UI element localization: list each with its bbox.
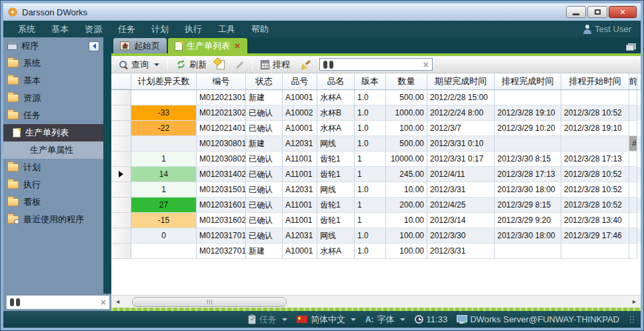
schedule-button[interactable]: 排程 — [257, 57, 293, 72]
resize-grip[interactable] — [630, 316, 631, 323]
column-header-sched_end[interactable]: 排程完成时间 — [495, 73, 561, 89]
toolbar-search-clear-icon[interactable]: × — [423, 60, 429, 69]
table-row-3[interactable]: M012030801新建A12031网线1.0500.002012/3/31 0… — [111, 136, 641, 151]
cell-sched_end[interactable]: 2012/3/28 19:10 — [495, 105, 561, 121]
cell-diff[interactable]: 14 — [131, 167, 197, 182]
cell-status[interactable]: 已确认 — [246, 167, 283, 182]
tab-0[interactable]: 起始页 — [113, 38, 167, 53]
cell-qty[interactable]: 100.00 — [386, 228, 427, 244]
cell-sched_end[interactable] — [495, 90, 561, 105]
cell-code[interactable]: M012021401 — [197, 121, 246, 136]
cell-sched_start[interactable]: 2012/3/28 10:52 — [561, 167, 629, 182]
cell-status[interactable]: 已确认 — [246, 213, 283, 228]
cell-code[interactable]: M012030801 — [197, 136, 246, 151]
cell-item_name[interactable]: 网线 — [317, 182, 355, 198]
table-row-1[interactable]: -33M012021302已确认A10002水杯B1.01000.002012/… — [111, 105, 641, 121]
scroll-right-icon[interactable]: ► — [629, 297, 639, 307]
column-header-sched_start[interactable]: 排程开始时间 — [561, 73, 629, 89]
cell-diff[interactable] — [131, 244, 197, 259]
cell-diff[interactable] — [131, 136, 197, 151]
cell-diff[interactable]: 1 — [131, 182, 197, 198]
cell-extra[interactable] — [629, 105, 637, 121]
cell-diff[interactable]: 0 — [131, 228, 197, 244]
tab-1[interactable]: 生产单列表✕ — [168, 38, 247, 53]
cell-sched_end[interactable]: 2012/3/29 8:15 — [495, 198, 561, 213]
cell-sched_end[interactable]: 2012/3/29 10:20 — [495, 121, 561, 136]
table-row-8[interactable]: -15M012031602已确认A11001齿轮1110.002012/3/14… — [111, 213, 641, 228]
cell-sched_start[interactable] — [561, 244, 629, 259]
table-row-9[interactable]: 0M012031701已确认A12031网线1.0100.002012/3/30… — [111, 228, 641, 244]
cell-version[interactable]: 1 — [355, 167, 386, 182]
sidebar-item-9[interactable]: 最近使用的程序 — [3, 211, 103, 228]
cell-sched_end[interactable]: 2012/3/28 17:13 — [495, 167, 561, 182]
cell-item_no[interactable]: A12031 — [283, 228, 317, 244]
cell-due[interactable]: 2012/3/31 — [427, 244, 495, 259]
table-row-5[interactable]: 14M012031402已确认A11001齿轮11245.002012/4/11… — [111, 167, 641, 182]
cell-extra[interactable] — [629, 121, 637, 136]
cell-item_no[interactable]: A10001 — [283, 244, 317, 259]
cell-sched_start[interactable]: 2012/3/28 17:13 — [561, 151, 629, 167]
menu-item-3[interactable]: 任务 — [110, 22, 143, 36]
edit-button[interactable] — [231, 59, 247, 71]
tab-close-icon[interactable]: ✕ — [234, 42, 241, 50]
column-header-item_name[interactable]: 品名 — [317, 73, 355, 89]
sidebar-item-6[interactable]: 计划 — [3, 159, 103, 176]
cell-extra[interactable] — [629, 228, 637, 244]
cell-version[interactable]: 1.0 — [355, 228, 386, 244]
cell-due[interactable]: 2012/3/31 0:10 — [427, 136, 495, 151]
minimize-button[interactable] — [566, 6, 586, 18]
row-header[interactable] — [111, 182, 131, 198]
cell-code[interactable]: M012032701 — [197, 244, 246, 259]
row-header[interactable] — [111, 105, 131, 121]
menu-item-2[interactable]: 资源 — [77, 22, 110, 36]
cell-extra[interactable] — [629, 182, 637, 198]
maximize-button[interactable] — [587, 6, 607, 18]
query-button[interactable]: 查询 — [115, 57, 163, 72]
cell-item_no[interactable]: A11001 — [283, 151, 317, 167]
cell-version[interactable]: 1 — [355, 198, 386, 213]
row-header[interactable] — [111, 167, 131, 182]
cell-due[interactable]: 2012/4/11 — [427, 167, 495, 182]
row-header[interactable] — [111, 90, 131, 105]
cell-item_no[interactable]: A10001 — [283, 121, 317, 136]
menu-item-7[interactable]: 帮助 — [243, 22, 277, 36]
cell-version[interactable]: 1.0 — [355, 182, 386, 198]
sidebar-search-input[interactable] — [23, 298, 97, 307]
cell-due[interactable]: 2012/2/28 15:00 — [427, 90, 495, 105]
cell-diff[interactable]: 1 — [131, 151, 197, 167]
cell-status[interactable]: 新建 — [246, 90, 283, 105]
cell-status[interactable]: 已确认 — [246, 182, 283, 198]
cell-sched_start[interactable]: 2012/3/28 19:10 — [561, 121, 629, 136]
cell-status[interactable]: 已确认 — [246, 228, 283, 244]
cell-diff[interactable]: -22 — [131, 121, 197, 136]
sidebar-item-5[interactable]: 生产单属性 — [3, 141, 103, 159]
cell-sched_end[interactable] — [495, 136, 561, 151]
cell-item_name[interactable]: 齿轮1 — [317, 167, 355, 182]
font-menu[interactable]: A: 字体 — [365, 314, 405, 326]
cell-status[interactable]: 新建 — [246, 244, 283, 259]
scrollbar-thumb[interactable] — [132, 297, 287, 307]
cell-extra[interactable] — [629, 167, 637, 182]
table-row-4[interactable]: 1M012030802已确认A11001齿轮1110000.002012/3/3… — [111, 151, 641, 167]
cell-diff[interactable]: -15 — [131, 213, 197, 228]
sidebar-item-7[interactable]: 执行 — [3, 176, 103, 194]
cell-item_name[interactable]: 网线 — [317, 228, 355, 244]
cell-qty[interactable]: 500.00 — [386, 90, 427, 105]
cell-item_name[interactable]: 齿轮1 — [317, 151, 355, 167]
cell-item_no[interactable]: A10002 — [283, 105, 317, 121]
column-header-due[interactable]: 期望完成时间 — [427, 73, 495, 89]
cell-qty[interactable]: 500.00 — [386, 136, 427, 151]
cell-sched_end[interactable]: 2012/3/30 8:15 — [495, 151, 561, 167]
row-header[interactable] — [111, 151, 131, 167]
cell-sched_end[interactable]: 2012/3/29 9:20 — [495, 213, 561, 228]
table-row-2[interactable]: -22M012021401已确认A10001水杯A1.0100.002012/3… — [111, 121, 641, 136]
cell-extra[interactable] — [629, 198, 637, 213]
cell-code[interactable]: M012031402 — [197, 167, 246, 182]
cell-item_name[interactable]: 齿轮1 — [317, 198, 355, 213]
table-row-6[interactable]: 1M012031501已确认A12031网线1.010.002012/3/312… — [111, 182, 641, 198]
cell-item_no[interactable]: A11001 — [283, 213, 317, 228]
table-row-0[interactable]: M012021301新建A10001水杯A1.0500.002012/2/28 … — [111, 90, 641, 105]
menu-item-5[interactable]: 执行 — [177, 22, 210, 36]
cell-qty[interactable]: 100.00 — [386, 121, 427, 136]
cell-version[interactable]: 1 — [355, 213, 386, 228]
